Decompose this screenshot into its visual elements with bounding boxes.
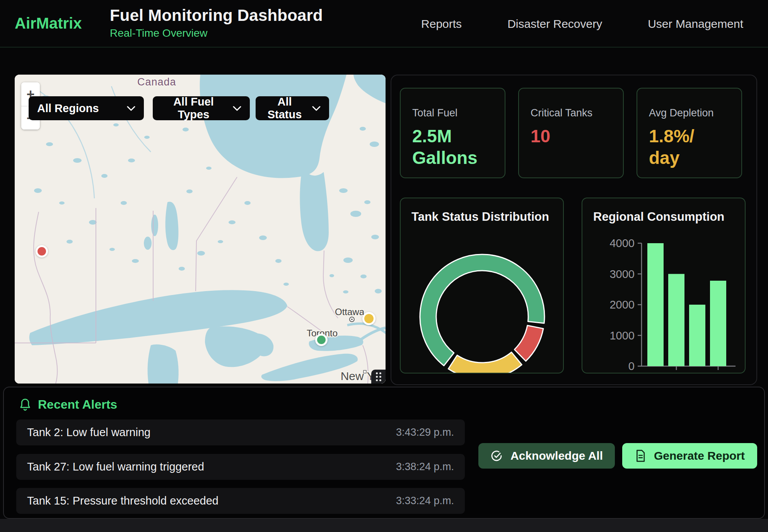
nav-item-user-management[interactable]: User Management bbox=[648, 17, 743, 31]
bar-1 bbox=[668, 274, 684, 367]
y-tick-label: 3000 bbox=[609, 268, 635, 280]
stat-card-avg-depletion: Avg Depletion1.8%/ day bbox=[637, 88, 742, 178]
page-subtitle: Real-Time Overview bbox=[110, 27, 323, 39]
donut-segment-critical bbox=[514, 326, 543, 361]
alert-row: Tank 2: Low fuel warning3:43:29 p.m. bbox=[16, 419, 465, 445]
bottom-strip bbox=[0, 519, 768, 532]
bar-0 bbox=[647, 243, 664, 366]
stat-value: 2.5M Gallons bbox=[412, 125, 493, 169]
bar-3 bbox=[710, 281, 726, 366]
generate-report-button[interactable]: Generate Report bbox=[622, 443, 757, 469]
regional-consumption-bar-chart: 01000200030004000MidwestWest bbox=[582, 198, 746, 373]
title-block: Fuel Monitoring Dashboard Real-Time Over… bbox=[110, 6, 323, 39]
top-nav: ReportsDisaster RecoveryUser Management bbox=[421, 0, 743, 48]
alerts-title: Recent Alerts bbox=[38, 397, 117, 412]
dashboard-page: AirMatrix Fuel Monitoring Dashboard Real… bbox=[0, 0, 768, 532]
check-circle-icon bbox=[490, 450, 503, 462]
stat-card-critical-tanks: Critical Tanks10 bbox=[518, 88, 624, 178]
filter-label: All Status bbox=[264, 95, 305, 121]
alert-message: Tank 2: Low fuel warning bbox=[27, 426, 150, 439]
acknowledge-all-label: Acknowledge All bbox=[510, 449, 603, 462]
alert-message: Tank 27: Low fuel warning triggered bbox=[27, 460, 204, 473]
tank-status-donut-chart bbox=[401, 198, 564, 373]
stat-label: Total Fuel bbox=[412, 107, 493, 119]
brand-logo: AirMatrix bbox=[15, 15, 82, 32]
x-category-label: Midwest bbox=[655, 373, 698, 373]
regional-consumption-card: 01000200030004000MidwestWest Regional Co… bbox=[582, 198, 746, 373]
tank-status-card: Tank Status Distribution bbox=[400, 198, 564, 373]
stat-card-total-fuel: Total Fuel2.5M Gallons bbox=[400, 88, 505, 178]
x-category-label: West bbox=[705, 373, 731, 373]
chevron-down-icon bbox=[233, 106, 241, 111]
stat-value: 10 bbox=[531, 125, 611, 147]
nav-item-disaster-recovery[interactable]: Disaster Recovery bbox=[507, 17, 602, 31]
chevron-down-icon bbox=[127, 106, 135, 111]
filter-all-status[interactable]: All Status bbox=[256, 96, 329, 120]
alert-row: Tank 27: Low fuel warning triggered3:38:… bbox=[16, 454, 465, 480]
y-tick-label: 4000 bbox=[609, 237, 635, 249]
filter-all-regions[interactable]: All Regions bbox=[29, 96, 144, 120]
alert-message: Tank 15: Pressure threshold exceeded bbox=[27, 494, 218, 507]
page-title: Fuel Monitoring Dashboard bbox=[110, 6, 323, 25]
tank-marker-critical[interactable] bbox=[36, 245, 48, 257]
metrics-panel: Total Fuel2.5M GallonsCritical Tanks10Av… bbox=[391, 75, 757, 385]
tank-marker-warning[interactable] bbox=[362, 312, 375, 325]
filter-all-fuel-types[interactable]: All Fuel Types bbox=[153, 96, 250, 120]
bar-chart-title: Regional Consumption bbox=[593, 210, 724, 224]
stat-value: 1.8%/ day bbox=[649, 125, 730, 169]
alerts-panel: Recent Alerts Tank 2: Low fuel warning3:… bbox=[3, 387, 765, 519]
alert-row: Tank 15: Pressure threshold exceeded3:33… bbox=[16, 488, 465, 514]
tank-marker-normal[interactable] bbox=[315, 334, 328, 346]
app-header: AirMatrix Fuel Monitoring Dashboard Real… bbox=[0, 0, 768, 48]
bar-2 bbox=[689, 305, 705, 366]
nav-item-reports[interactable]: Reports bbox=[421, 17, 462, 31]
alerts-header: Recent Alerts bbox=[19, 397, 117, 412]
filter-label: All Regions bbox=[37, 102, 99, 115]
y-tick-label: 2000 bbox=[609, 298, 635, 311]
bell-icon bbox=[19, 398, 31, 411]
map-label-country: Canada bbox=[137, 76, 176, 88]
filter-label: All Fuel Types bbox=[161, 95, 226, 121]
stat-label: Critical Tanks bbox=[531, 107, 611, 119]
acknowledge-all-button[interactable]: Acknowledge All bbox=[478, 443, 615, 469]
bar-chart-plot: 01000200030004000MidwestWest bbox=[609, 237, 736, 373]
stat-label: Avg Depletion bbox=[649, 107, 730, 119]
alert-timestamp: 3:43:29 p.m. bbox=[396, 426, 454, 438]
generate-report-label: Generate Report bbox=[654, 449, 745, 462]
map-panel[interactable]: CanadaOttawaTorontoNew York + − All Regi… bbox=[15, 75, 386, 384]
map-resize-handle[interactable] bbox=[371, 370, 386, 384]
map-label-ottawa: Ottawa bbox=[335, 307, 365, 317]
alert-timestamp: 3:33:24 p.m. bbox=[396, 495, 454, 507]
y-tick-label: 0 bbox=[628, 360, 635, 372]
chevron-down-icon bbox=[312, 106, 321, 111]
report-document-icon bbox=[635, 450, 646, 462]
alert-timestamp: 3:38:24 p.m. bbox=[396, 461, 454, 473]
donut-segment-warning bbox=[448, 352, 522, 373]
y-tick-label: 1000 bbox=[609, 329, 635, 342]
donut-chart-title: Tank Status Distribution bbox=[411, 210, 549, 224]
